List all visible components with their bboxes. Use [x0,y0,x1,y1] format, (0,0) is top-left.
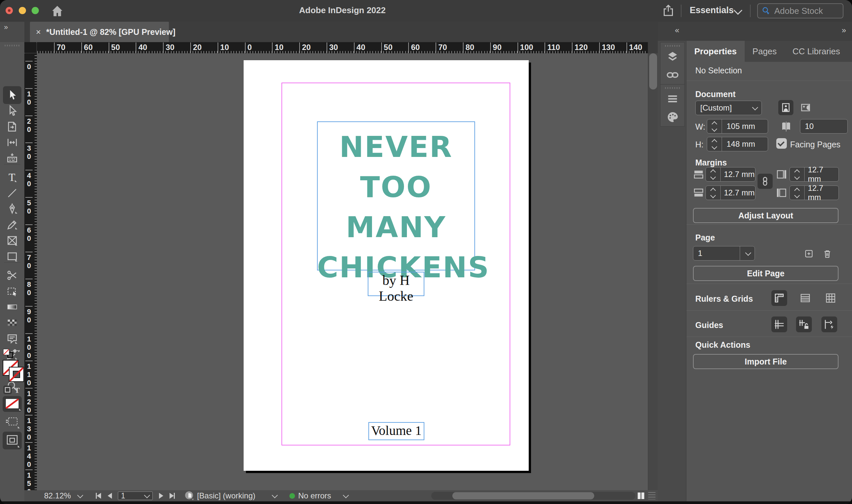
divider [681,5,681,17]
type-tool-tool-icon[interactable]: T [4,170,20,185]
minimize-window-button[interactable] [19,7,26,14]
next-page-button[interactable] [155,493,167,499]
orientation-landscape-button[interactable] [798,100,813,115]
dock-grip[interactable] [665,87,680,89]
workspace-switcher[interactable]: Essentials [690,5,734,16]
note-tool-tool-icon[interactable] [4,331,20,346]
layers-panel-icon[interactable] [660,47,684,66]
screen-mode-icon[interactable] [5,416,20,429]
status-bar: 82.12% 1 [Basic] (working) No errors [24,490,658,501]
zoom-window-button[interactable] [32,7,39,14]
links-panel-icon[interactable] [660,66,684,84]
v-ruler-label: 1 1 0 [25,361,33,387]
scissors-tool-tool-icon[interactable] [4,268,20,283]
vertical-scrollbar-thumb[interactable] [649,53,657,89]
preflight-chevron-icon[interactable] [272,492,278,498]
delete-page-icon[interactable] [822,248,833,259]
horizontal-scrollbar[interactable] [431,492,636,500]
rectangle-tool-tool-icon[interactable] [4,249,20,264]
page-number-field[interactable]: 1 [118,491,153,500]
swatches-panel-icon[interactable] [660,108,684,126]
margin-top-field[interactable]: 12.7 mm [706,167,755,182]
baseline-grid-button[interactable] [797,290,813,306]
collapse-panels-icon[interactable]: « [675,26,680,35]
direct-selection-tool-icon[interactable] [4,103,20,119]
home-icon[interactable] [50,4,65,18]
content-collector-tool-icon[interactable] [4,151,20,166]
line-tool-tool-icon[interactable] [4,185,20,201]
vertical-scrollbar[interactable] [648,53,658,490]
facing-pages-checkbox[interactable] [776,138,787,149]
toolbar-grip[interactable] [5,45,20,47]
pencil-tool-tool-icon[interactable] [4,217,20,232]
previous-page-button[interactable] [104,493,115,499]
document-canvas[interactable]: NEVER TOO MANY CHICKENS by H Locke Volum… [37,53,648,490]
page-tool-tool-icon[interactable] [4,119,20,134]
error-status-chevron-icon[interactable] [343,492,349,498]
fill-stroke-swatches[interactable] [3,360,24,383]
properties-panel: Properties Pages CC Libraries No Selecti… [686,41,852,501]
width-stepper[interactable] [707,120,722,133]
preflight-profile[interactable]: [Basic] (working) [197,491,255,500]
margin-bottom-field[interactable]: 12.7 mm [706,185,755,200]
document-grid-button[interactable] [823,290,838,306]
horizontal-ruler[interactable]: 7060504030201001020304050607080901001101… [24,42,648,53]
first-page-button[interactable] [93,493,104,499]
apply-color-button[interactable] [3,396,22,412]
close-window-button[interactable] [5,7,13,14]
document-preset-select[interactable]: [Custom] [695,101,762,115]
width-field[interactable]: 105 mm [707,119,768,133]
pen-tool-tool-icon[interactable] [4,201,20,216]
share-icon[interactable] [662,4,675,18]
height-stepper[interactable] [707,137,722,151]
horizontal-scrollbar-thumb[interactable] [452,492,594,499]
spread-view-icon[interactable] [636,491,646,502]
import-file-button[interactable]: Import File [693,354,838,369]
show-guides-button[interactable] [771,317,787,332]
ruler-origin-corner[interactable] [24,42,37,53]
selection-tool-icon[interactable] [3,86,21,104]
height-field[interactable]: 148 mm [707,137,768,151]
free-transform-tool-tool-icon[interactable] [4,284,20,299]
show-rulers-button[interactable] [771,290,787,306]
preflight-icon[interactable] [184,490,195,501]
dock-grip[interactable] [665,45,680,47]
frame-tool-tool-icon[interactable] [4,233,20,248]
orientation-portrait-button[interactable] [778,100,794,115]
paragraph-styles-panel-icon[interactable] [660,89,684,108]
close-tab-icon[interactable]: × [36,27,41,37]
margin-inside-icon [776,187,787,199]
v-ruler-label: 7 0 [25,252,33,270]
formatting-affects-toggle[interactable]: T [3,385,22,395]
adobe-stock-search[interactable]: Adobe Stock [757,3,844,18]
page-select[interactable]: 1 [693,246,755,260]
error-status[interactable]: No errors [298,491,331,500]
margin-inside-field[interactable]: 12.7 mm [789,185,839,200]
add-page-icon[interactable] [803,248,815,259]
document-tab[interactable]: × *Untitled-1 @ 82% [GPU Preview] [30,22,169,42]
smart-guides-button[interactable] [821,317,837,332]
zoom-level[interactable]: 82.12% [44,491,71,500]
link-margins-button[interactable] [758,174,773,189]
vertical-ruler[interactable]: 01 02 03 04 05 06 07 08 09 01 0 01 1 01 … [24,53,37,490]
tab-pages[interactable]: Pages [745,41,785,62]
lock-guides-button[interactable] [796,317,812,332]
pages-count-field[interactable]: 10 [800,119,848,133]
toolbar-expand-icon[interactable]: » [0,22,24,42]
gradient-feather-tool-tool-icon[interactable] [4,315,20,330]
tab-cc-libraries[interactable]: CC Libraries [784,41,848,62]
margin-outside-field[interactable]: 12.7 mm [789,167,839,182]
chevron-down-icon[interactable] [735,7,741,15]
view-options-icon[interactable] [3,432,22,449]
expand-panels-icon[interactable]: » [842,26,847,35]
last-page-button[interactable] [167,493,178,499]
tab-properties[interactable]: Properties [686,41,745,62]
page-list-chevron-icon[interactable] [144,492,150,498]
resize-grip[interactable] [648,492,656,499]
gradient-tool-tool-icon[interactable] [4,299,20,314]
default-fill-stroke-icon[interactable] [3,349,22,360]
zoom-level-chevron-icon[interactable] [77,492,83,498]
edit-page-button[interactable]: Edit Page [693,266,838,281]
adjust-layout-button[interactable]: Adjust Layout [693,208,838,223]
gap-tool-tool-icon[interactable] [4,135,20,150]
